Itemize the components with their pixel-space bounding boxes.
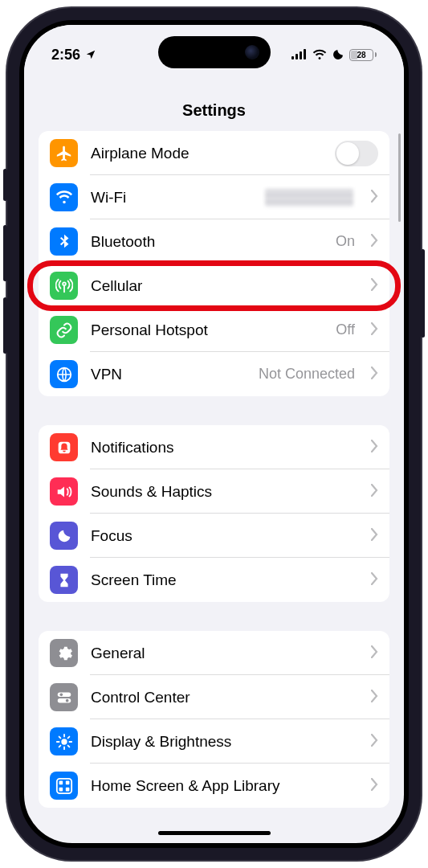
row-label: Notifications	[91, 439, 358, 457]
row-sounds-haptics[interactable]: Sounds & Haptics	[39, 469, 389, 514]
antenna-icon	[50, 272, 78, 300]
svg-rect-20	[59, 780, 63, 784]
sun-icon	[50, 727, 78, 755]
volume-up	[3, 225, 7, 281]
row-value: Off	[336, 321, 355, 338]
row-vpn[interactable]: VPNNot Connected	[39, 352, 389, 396]
wifi-icon	[312, 49, 327, 60]
chevron-right-icon	[371, 572, 378, 588]
row-cellular[interactable]: Cellular	[39, 264, 389, 308]
row-focus[interactable]: Focus	[39, 514, 389, 558]
chevron-right-icon	[371, 322, 378, 338]
svg-rect-3	[304, 49, 306, 59]
chevron-right-icon	[371, 484, 378, 499]
dynamic-island	[158, 36, 271, 68]
chevron-right-icon	[371, 234, 378, 249]
row-label: VPN	[91, 366, 246, 383]
row-general[interactable]: General	[39, 631, 389, 675]
row-label: Wi-Fi	[91, 189, 252, 207]
svg-point-7	[59, 693, 63, 696]
chevron-right-icon	[371, 690, 378, 705]
row-display-brightness[interactable]: Display & Brightness	[39, 719, 389, 764]
device-frame: 2:56 28	[7, 8, 421, 860]
wifi-icon	[50, 183, 78, 211]
svg-rect-22	[59, 787, 63, 791]
speaker-icon	[50, 477, 78, 506]
row-airplane-mode[interactable]: Airplane Mode	[39, 131, 389, 175]
row-label: Sounds & Haptics	[91, 483, 358, 501]
row-label: Control Center	[91, 689, 358, 706]
redacted-value	[265, 189, 353, 207]
dnd-moon-icon	[332, 48, 344, 61]
screen: 2:56 28	[24, 25, 404, 843]
svg-rect-19	[56, 778, 71, 792]
home-indicator[interactable]	[158, 831, 271, 835]
airplane-icon	[50, 139, 78, 167]
svg-rect-0	[291, 56, 294, 59]
row-home-screen-app-library[interactable]: Home Screen & App Library	[39, 764, 389, 808]
row-label: Cellular	[91, 277, 358, 295]
power-button	[421, 249, 425, 338]
battery-percent: 28	[357, 51, 365, 59]
chevron-right-icon	[371, 645, 378, 661]
settings-group: GeneralControl CenterDisplay & Brightnes…	[39, 631, 389, 808]
mute-switch	[3, 169, 7, 201]
chevron-right-icon	[371, 778, 378, 793]
chevron-right-icon	[371, 528, 378, 543]
row-label: Home Screen & App Library	[91, 777, 358, 795]
row-notifications[interactable]: Notifications	[39, 425, 389, 469]
hourglass-icon	[50, 566, 78, 594]
settings-group: Airplane ModeWi-FiBluetoothOnCellularPer…	[39, 131, 389, 396]
cellular-icon	[291, 49, 308, 60]
bell-icon	[50, 433, 78, 461]
svg-rect-2	[300, 51, 302, 59]
svg-point-9	[65, 698, 68, 702]
row-label: Focus	[91, 527, 358, 545]
row-label: Screen Time	[91, 571, 358, 589]
row-value: On	[336, 233, 355, 250]
row-wi-fi[interactable]: Wi-Fi	[39, 175, 389, 219]
svg-line-18	[59, 745, 60, 747]
svg-rect-8	[57, 698, 71, 702]
row-value: Not Connected	[259, 366, 355, 383]
chevron-right-icon	[371, 278, 378, 293]
row-screen-time[interactable]: Screen Time	[39, 558, 389, 602]
svg-point-10	[61, 739, 67, 744]
svg-rect-6	[57, 692, 71, 697]
svg-rect-23	[65, 787, 69, 791]
gear-icon	[50, 639, 78, 667]
moon-icon	[50, 522, 78, 550]
airplane-mode-toggle[interactable]	[335, 141, 378, 166]
row-bluetooth[interactable]: BluetoothOn	[39, 219, 389, 264]
row-label: Personal Hotspot	[91, 321, 323, 339]
status-time: 2:56	[51, 47, 80, 63]
row-control-center[interactable]: Control Center	[39, 675, 389, 719]
bezel: 2:56 28	[19, 20, 409, 848]
row-label: General	[91, 645, 358, 662]
svg-rect-21	[65, 780, 69, 784]
row-personal-hotspot[interactable]: Personal HotspotOff	[39, 308, 389, 352]
chevron-right-icon	[371, 734, 378, 749]
location-icon	[85, 49, 96, 60]
svg-line-15	[59, 736, 60, 738]
switches-icon	[50, 683, 78, 711]
chevron-right-icon	[371, 366, 378, 382]
chevron-right-icon	[371, 190, 378, 205]
row-label: Bluetooth	[91, 233, 323, 251]
bluetooth-icon	[50, 227, 78, 256]
grid-icon	[50, 772, 78, 800]
svg-rect-1	[296, 54, 298, 59]
volume-down	[3, 297, 7, 354]
row-label: Display & Brightness	[91, 733, 358, 751]
svg-line-17	[67, 736, 69, 738]
battery-indicator: 28	[349, 49, 377, 61]
chevron-right-icon	[371, 440, 378, 455]
page-title: Settings	[182, 101, 246, 120]
link-icon	[50, 316, 78, 344]
row-label: Airplane Mode	[91, 145, 322, 162]
settings-group: NotificationsSounds & HapticsFocusScreen…	[39, 425, 389, 602]
svg-line-16	[67, 745, 69, 747]
globe-icon	[50, 360, 78, 388]
